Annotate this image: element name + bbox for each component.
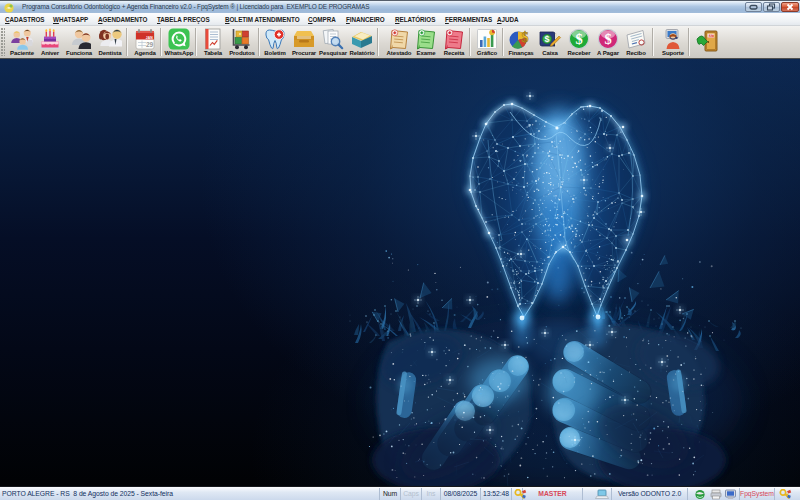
svg-text:$: $ [604, 31, 611, 47]
svg-text:$: $ [544, 34, 549, 44]
svg-text:EXIT: EXIT [708, 34, 714, 38]
svg-text:JAN: JAN [146, 36, 153, 40]
svg-text:29: 29 [146, 41, 154, 48]
svg-text:$: $ [522, 30, 529, 45]
svg-text:$: $ [575, 31, 582, 47]
